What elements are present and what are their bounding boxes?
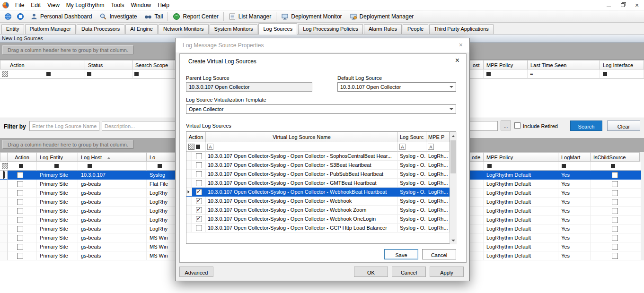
scroll-down-button[interactable] — [450, 236, 457, 244]
globe-button[interactable] — [2, 11, 14, 22]
table-row[interactable]: 10.3.0.107 Open Collector-Syslog - Open … — [186, 206, 450, 215]
virtualization-template-dropdown[interactable]: Open Collector — [186, 104, 456, 114]
tab-log-sources[interactable]: Log Sources — [258, 23, 297, 34]
column-header-logmart[interactable]: LogMart — [558, 152, 591, 162]
row-action-checkbox[interactable] — [17, 190, 23, 196]
tab-third-party-applications[interactable]: Third Party Applications — [429, 24, 494, 34]
row-action-checkbox[interactable] — [17, 244, 23, 250]
filter-square-icon[interactable] — [611, 164, 615, 168]
row-action-checkbox[interactable] — [17, 181, 23, 187]
filter-cell[interactable] — [471, 162, 484, 171]
row-selector[interactable] — [186, 188, 192, 197]
ischildsource-checkbox[interactable] — [612, 172, 618, 178]
menu-file[interactable]: File — [12, 0, 27, 10]
row-selector[interactable] — [0, 251, 8, 260]
filter-cell[interactable] — [0, 69, 85, 79]
row-selector[interactable] — [0, 242, 8, 251]
filter-cell[interactable] — [132, 69, 174, 79]
column-header-log-entity[interactable]: Log Entity — [37, 152, 78, 162]
column-header-status[interactable]: Status — [85, 60, 132, 69]
text-filter-icon[interactable]: A — [399, 144, 406, 150]
row-selector[interactable] — [186, 170, 192, 179]
table-row[interactable]: 10.3.0.107 Open Collector-Syslog - Open … — [186, 224, 450, 233]
menu-my-logrhythm[interactable]: My LogRhythm — [63, 0, 108, 10]
row-selector[interactable] — [186, 179, 192, 188]
row-selector[interactable] — [0, 233, 8, 242]
outer-cancel-button[interactable]: Cancel — [392, 267, 426, 277]
tab-people[interactable]: People — [403, 24, 428, 34]
column-header-virtual-log-source-name[interactable]: Virtual Log Source Name — [206, 132, 398, 142]
row-select-checkbox[interactable] — [196, 171, 202, 177]
row-selector[interactable] — [0, 171, 8, 180]
panel-close-icon[interactable]: × — [455, 56, 459, 65]
apply-button[interactable]: Apply — [430, 267, 464, 277]
filter-cell[interactable] — [484, 162, 558, 171]
column-header-action[interactable]: Action — [186, 132, 206, 142]
row-selector[interactable] — [0, 215, 8, 224]
column-header-mpe-policy[interactable]: MPE P — [426, 132, 450, 142]
personal-dashboard-button[interactable]: Personal Dashboard — [26, 11, 96, 22]
filter-square-icon[interactable] — [196, 145, 200, 149]
tab-log-processing-policies[interactable]: Log Processing Policies — [298, 24, 363, 34]
ischildsource-checkbox[interactable] — [612, 190, 618, 196]
select-all-checkbox[interactable] — [2, 71, 8, 77]
scroll-up-button[interactable] — [450, 132, 457, 140]
report-center-button[interactable]: Report Center — [169, 11, 222, 22]
column-header-mpe-policy[interactable]: MPE Policy — [484, 152, 558, 162]
column-header-log-source[interactable]: Log Sourc — [398, 132, 426, 142]
table-row[interactable]: 10.3.0.107 Open Collector-Syslog - Open … — [186, 215, 450, 224]
table-row[interactable]: 10.3.0.107 Open Collector-Syslog - Open … — [186, 197, 450, 206]
parent-log-source-field[interactable]: 10.3.0.107 Open Collector — [186, 82, 312, 92]
row-selector[interactable] — [186, 224, 192, 233]
filter-cell[interactable] — [471, 69, 484, 79]
filter-square-icon[interactable] — [88, 164, 92, 168]
menu-help[interactable]: Help — [154, 0, 173, 10]
filter-square-icon[interactable] — [87, 72, 91, 76]
cancel-button[interactable]: Cancel — [422, 249, 456, 259]
ischildsource-checkbox[interactable] — [612, 253, 618, 259]
ok-button[interactable]: OK — [354, 267, 388, 277]
row-selector[interactable] — [0, 189, 8, 198]
description-filter-input[interactable] — [102, 121, 176, 131]
save-button[interactable]: Save — [384, 249, 418, 259]
row-selector[interactable] — [186, 161, 192, 170]
column-header-log-type-partial[interactable]: Lo — [147, 152, 174, 162]
filter-cell[interactable] — [591, 162, 641, 171]
column-header-mpe-policy[interactable]: MPE Policy — [484, 60, 528, 69]
row-selector[interactable] — [0, 224, 8, 233]
browse-ellipsis-button[interactable]: ... — [501, 121, 511, 130]
filter-square-icon[interactable] — [54, 164, 59, 168]
ischildsource-checkbox[interactable] — [612, 226, 618, 232]
dialog-close-icon[interactable]: × — [459, 41, 463, 49]
tab-data-processors[interactable]: Data Processors — [77, 24, 124, 34]
advanced-button[interactable]: Advanced — [179, 267, 213, 277]
column-header-action[interactable]: Action — [8, 152, 37, 162]
column-header-mode-partial[interactable]: ode — [471, 152, 484, 162]
row-select-checkbox[interactable] — [196, 225, 202, 231]
row-select-checkbox[interactable] — [196, 153, 202, 159]
filter-square-icon[interactable] — [487, 164, 492, 168]
clear-button[interactable]: Clear — [607, 121, 640, 131]
ischildsource-checkbox[interactable] — [612, 199, 618, 205]
text-filter-icon[interactable]: A — [207, 144, 213, 150]
minimize-button[interactable] — [601, 0, 616, 10]
column-header-search-scope[interactable]: Search Scope — [132, 60, 174, 69]
table-row[interactable]: 10.3.0.107 Open Collector-Syslog - Open … — [186, 152, 450, 161]
row-select-checkbox[interactable] — [196, 216, 202, 222]
select-all-checkbox[interactable] — [2, 163, 8, 169]
select-all-checkbox[interactable] — [188, 144, 194, 150]
column-header-action[interactable]: Action — [0, 60, 85, 69]
row-selector[interactable] — [186, 215, 192, 224]
row-select-checkbox[interactable] — [196, 180, 202, 186]
row-select-checkbox[interactable] — [196, 189, 202, 195]
filter-cell[interactable] — [85, 69, 132, 79]
filter-square-icon[interactable] — [603, 72, 607, 76]
deployment-monitor-button[interactable]: Deployment Monitor — [277, 11, 345, 22]
tab-entity[interactable]: Entity — [1, 24, 24, 34]
row-action-checkbox[interactable] — [17, 235, 23, 241]
tab-platform-manager[interactable]: Platform Manager — [25, 24, 76, 34]
column-header-last-time-seen[interactable]: Last Time Seen — [528, 60, 600, 69]
row-selector[interactable] — [186, 206, 192, 215]
filter-cell[interactable] — [206, 142, 398, 152]
ischildsource-checkbox[interactable] — [612, 235, 618, 241]
